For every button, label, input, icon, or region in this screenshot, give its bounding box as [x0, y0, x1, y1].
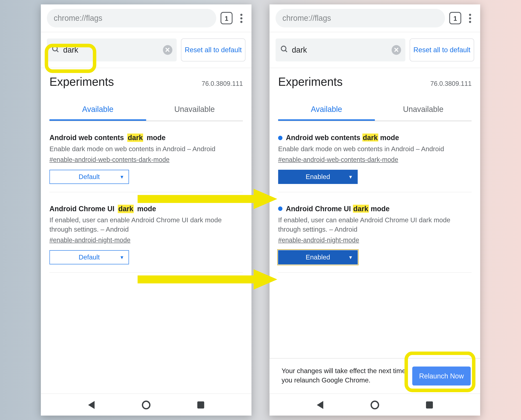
chrome-version: 76.0.3809.111 [430, 80, 472, 87]
flag-entry: Android web contents dark mode Enable da… [49, 121, 243, 192]
flag-dropdown[interactable]: Default ▼ [49, 250, 129, 264]
flag-description: Enable dark mode on web contents in Andr… [49, 144, 243, 154]
tab-available[interactable]: Available [278, 100, 375, 121]
clear-search-icon[interactable]: ✕ [392, 45, 401, 55]
modified-dot-icon [278, 207, 282, 211]
reset-all-button[interactable]: Reset all to default [410, 38, 474, 62]
chrome-version: 76.0.3809.111 [202, 80, 243, 87]
browser-top-bar: chrome://flags 1 [41, 4, 251, 32]
svg-line-3 [285, 50, 287, 52]
tab-unavailable[interactable]: Unavailable [146, 100, 243, 121]
flag-title: Android Chrome UI dark mode [49, 205, 243, 213]
page-title: Experiments [49, 75, 114, 89]
tab-switcher-button[interactable]: 1 [220, 12, 233, 24]
address-bar[interactable]: chrome://flags [276, 9, 445, 27]
page-header: Experiments 76.0.3809.111 [270, 68, 480, 91]
caret-down-icon: ▼ [348, 174, 353, 180]
flag-entry: Android web contents dark mode Enable da… [278, 121, 471, 192]
caret-down-icon: ▼ [348, 255, 353, 260]
recents-icon[interactable] [426, 401, 433, 408]
flag-entry: Android Chrome UI dark mode If enabled, … [49, 192, 243, 273]
flag-tabs: Available Unavailable [49, 100, 243, 121]
relaunch-message: Your changes will take effect the next t… [281, 367, 406, 385]
relaunch-banner: Your changes will take effect the next t… [270, 358, 480, 393]
overflow-menu-icon[interactable] [466, 14, 474, 23]
flag-title: Android web contents dark mode [49, 134, 243, 142]
svg-line-1 [57, 50, 58, 52]
dropdown-value: Default [79, 253, 100, 261]
search-icon [51, 45, 60, 55]
caret-down-icon: ▼ [120, 255, 124, 260]
url-text: chrome://flags [282, 14, 331, 23]
flag-tabs: Available Unavailable [278, 100, 471, 121]
address-bar[interactable]: chrome://flags [47, 9, 216, 27]
flags-search-field[interactable]: ✕ [47, 38, 177, 62]
flags-search-field[interactable]: ✕ [276, 38, 405, 62]
svg-point-2 [281, 46, 286, 51]
page-header: Experiments 76.0.3809.111 [41, 68, 251, 91]
home-icon[interactable] [370, 400, 379, 409]
flags-list: Android web contents dark mode Enable da… [270, 121, 480, 358]
back-icon[interactable] [88, 401, 95, 409]
flag-entry: Android Chrome UI dark mode If enabled, … [278, 192, 471, 273]
svg-point-0 [53, 46, 57, 51]
screenshot-before: chrome://flags 1 ✕ Reset all to default … [41, 4, 251, 416]
flag-dropdown[interactable]: Enabled ▼ [278, 250, 358, 264]
reset-all-button[interactable]: Reset all to default [181, 38, 245, 62]
android-nav-bar [41, 393, 251, 416]
tab-switcher-button[interactable]: 1 [449, 12, 461, 24]
flags-controls: ✕ Reset all to default [41, 32, 251, 68]
overflow-menu-icon[interactable] [237, 14, 245, 23]
back-icon[interactable] [317, 401, 323, 409]
browser-top-bar: chrome://flags 1 [270, 4, 480, 32]
dropdown-value: Enabled [306, 173, 330, 181]
flag-description: Enable dark mode on web contents in Andr… [278, 144, 471, 154]
flag-hash-link[interactable]: #enable-android-web-contents-dark-mode [49, 156, 170, 163]
flag-hash-link[interactable]: #enable-android-night-mode [278, 236, 359, 243]
tab-unavailable[interactable]: Unavailable [375, 100, 472, 121]
dropdown-value: Enabled [306, 253, 330, 261]
flags-controls: ✕ Reset all to default [270, 32, 480, 68]
caret-down-icon: ▼ [120, 174, 124, 180]
page-title: Experiments [278, 75, 342, 89]
flags-search-input[interactable] [63, 45, 163, 55]
flag-description: If enabled, user can enable Android Chro… [49, 216, 243, 234]
android-nav-bar [270, 393, 480, 416]
dropdown-value: Default [79, 173, 100, 181]
relaunch-button[interactable]: Relaunch Now [412, 367, 471, 385]
flag-dropdown[interactable]: Default ▼ [49, 170, 129, 184]
flag-title: Android Chrome UI dark mode [278, 205, 471, 213]
flags-list: Android web contents dark mode Enable da… [41, 121, 251, 393]
screenshot-after: chrome://flags 1 ✕ Reset all to default … [270, 4, 480, 416]
home-icon[interactable] [142, 400, 150, 409]
clear-search-icon[interactable]: ✕ [163, 45, 172, 55]
url-text: chrome://flags [54, 14, 102, 23]
flags-search-input[interactable] [292, 45, 392, 55]
search-icon [280, 45, 288, 55]
recents-icon[interactable] [197, 401, 204, 408]
flag-hash-link[interactable]: #enable-android-night-mode [49, 236, 130, 243]
flag-hash-link[interactable]: #enable-android-web-contents-dark-mode [278, 156, 398, 163]
tab-available[interactable]: Available [49, 100, 146, 121]
flag-description: If enabled, user can enable Android Chro… [278, 216, 471, 234]
flag-title: Android web contents dark mode [278, 134, 471, 142]
modified-dot-icon [278, 135, 282, 140]
flag-dropdown[interactable]: Enabled ▼ [278, 170, 358, 184]
